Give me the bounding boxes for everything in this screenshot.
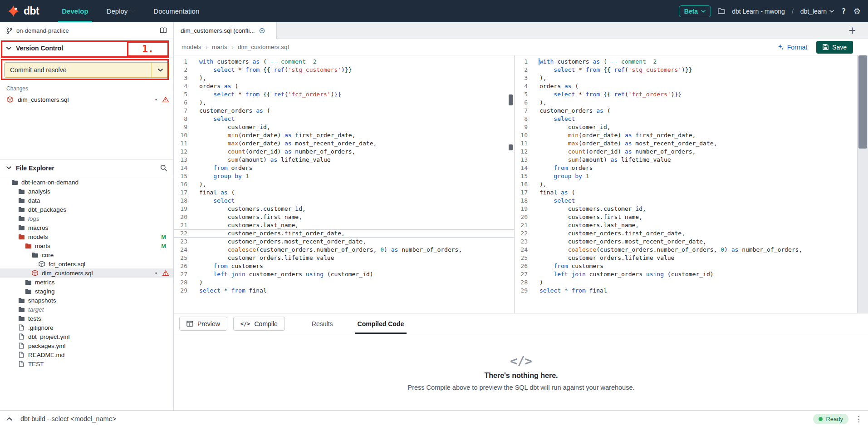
code-line[interactable]: 5 select * from {{ ref('fct_orders')}} — [515, 90, 868, 99]
tree-item-data[interactable]: data — [0, 196, 173, 205]
editor-pane-right[interactable]: 1with customers as ( -- comment 22 selec… — [515, 55, 868, 313]
code-line[interactable]: 18 select — [174, 197, 514, 205]
tree-item-dbt-learn-on-demand[interactable]: dbt-learn-on-demand — [0, 178, 173, 187]
code-line[interactable]: 7customer_orders as ( — [515, 107, 868, 115]
code-line[interactable]: 20 customers.first_name, — [515, 213, 868, 221]
tree-item-target[interactable]: target — [0, 305, 173, 314]
code-line[interactable]: 12 count(order_id) as number_of_orders, — [515, 148, 868, 156]
code-line[interactable]: 15 group by 1 — [174, 172, 514, 180]
code-line[interactable]: 24 coalesce(customer_orders.number_of_or… — [174, 246, 514, 254]
code-line[interactable]: 9 customer_id, — [515, 123, 868, 131]
tree-item-logs[interactable]: logs — [0, 214, 173, 223]
account-name[interactable]: dbt Learn - mwong — [732, 8, 785, 15]
tree-item-marts[interactable]: martsM — [0, 241, 173, 250]
code-line[interactable]: 10 min(order_date) as first_order_date, — [515, 131, 868, 139]
project-selector[interactable]: dbt_learn — [800, 8, 834, 15]
code-line[interactable]: 6), — [174, 99, 514, 107]
code-line[interactable]: 28) — [174, 278, 514, 287]
editor-scrollbar-thumb[interactable] — [858, 55, 867, 149]
code-line[interactable]: 2 select * from {{ ref('stg_customers')}… — [515, 66, 868, 74]
nav-item-deploy[interactable]: Deploy — [105, 0, 137, 22]
search-icon[interactable] — [160, 164, 167, 171]
code-line[interactable]: 25 customer_orders.lifetime_value — [515, 254, 868, 262]
code-line[interactable]: 28) — [515, 278, 868, 287]
tree-item-metrics[interactable]: metrics — [0, 278, 173, 287]
editor-pane-left[interactable]: 1with customers as ( -- comment 22 selec… — [174, 55, 515, 313]
code-line[interactable]: 22 customer_orders.first_order_date, — [515, 229, 868, 238]
code-line[interactable]: 19 customers.customer_id, — [515, 205, 868, 213]
commit-and-resolve-button[interactable]: Commit and resolve — [4, 62, 169, 78]
chevron-up-icon[interactable] — [6, 417, 12, 421]
format-button[interactable]: Format — [778, 44, 807, 51]
commit-options-chevron[interactable] — [152, 63, 169, 77]
code-line[interactable]: 27 left join customer_orders using (cust… — [174, 270, 514, 278]
new-tab-button[interactable]: + — [848, 26, 856, 35]
editor-tab-dim-customers[interactable]: dim_customers.sql (confli... — [174, 22, 277, 39]
tree-item-packages.yml[interactable]: packages.yml — [0, 341, 173, 350]
branch-row[interactable]: on-demand-practice — [0, 22, 173, 39]
code-line[interactable]: 8 select — [515, 115, 868, 123]
breadcrumb-item-marts[interactable]: marts — [212, 44, 227, 50]
code-line[interactable]: 14 from orders — [174, 164, 514, 172]
code-line[interactable]: 18 select — [515, 197, 868, 205]
tree-item-macros[interactable]: macros — [0, 223, 173, 232]
code-line[interactable]: 16), — [515, 180, 868, 189]
code-line[interactable]: 26 from customers — [174, 262, 514, 270]
code-line[interactable]: 4orders as ( — [515, 82, 868, 90]
help-icon[interactable]: ? — [841, 7, 847, 15]
tree-item-core[interactable]: core — [0, 250, 173, 259]
tree-item-.gitignore[interactable]: .gitignore — [0, 323, 173, 332]
code-line[interactable]: 10 min(order_date) as first_order_date, — [174, 131, 514, 139]
tree-item-TEST[interactable]: TEST — [0, 359, 173, 368]
breadcrumb-item-models[interactable]: models — [181, 44, 201, 50]
code-line[interactable]: 23 customer_orders.most_recent_order_dat… — [174, 238, 514, 246]
command-input[interactable]: dbt build --select <model_name> — [20, 415, 813, 422]
code-line[interactable]: 4orders as ( — [174, 82, 514, 90]
code-line[interactable]: 26 from customers — [515, 262, 868, 270]
editor-scrollbar[interactable] — [857, 55, 868, 313]
tab-compiled-code[interactable]: Compiled Code — [355, 313, 407, 334]
pane-scrollbar-thumb[interactable] — [509, 94, 513, 105]
beta-toggle[interactable]: Beta — [679, 5, 711, 17]
tree-item-dim_customers.sql[interactable]: dim_customers.sql• — [0, 268, 173, 278]
preview-button[interactable]: Preview — [179, 317, 227, 331]
code-line[interactable]: 25 customer_orders.lifetime_value — [174, 254, 514, 262]
code-line[interactable]: 13 sum(amount) as lifetime_value — [515, 156, 868, 164]
code-line[interactable]: 11 max(order_date) as most_recent_order_… — [515, 139, 868, 148]
code-line[interactable]: 21 customers.last_name, — [174, 221, 514, 229]
tree-item-analysis[interactable]: analysis — [0, 187, 173, 196]
tree-item-README.md[interactable]: README.md — [0, 350, 173, 359]
version-control-header[interactable]: Version Control — [0, 39, 173, 58]
compile-button[interactable]: </> Compile — [233, 317, 285, 331]
save-button[interactable]: Save — [816, 41, 853, 54]
code-line[interactable]: 16), — [174, 180, 514, 189]
tree-item-snapshots[interactable]: snapshots — [0, 296, 173, 305]
code-line[interactable]: 22 customer_orders.first_order_date, — [174, 229, 514, 238]
code-line[interactable]: 17final as ( — [515, 189, 868, 197]
code-line[interactable]: 1with customers as ( -- comment 2 — [174, 58, 514, 66]
code-line[interactable]: 6), — [515, 99, 868, 107]
code-line[interactable]: 1with customers as ( -- comment 2 — [515, 58, 868, 66]
code-line[interactable]: 3), — [515, 74, 868, 82]
code-line[interactable]: 29select * from final — [174, 287, 514, 295]
code-line[interactable]: 23 customer_orders.most_recent_order_dat… — [515, 238, 868, 246]
tree-item-models[interactable]: modelsM — [0, 232, 173, 241]
tree-item-staging[interactable]: staging — [0, 287, 173, 296]
code-line[interactable]: 7customer_orders as ( — [174, 107, 514, 115]
breadcrumb-item-dim_customers.sql[interactable]: dim_customers.sql — [238, 44, 289, 50]
code-line[interactable]: 24 coalesce(customer_orders.number_of_or… — [515, 246, 868, 254]
code-line[interactable]: 13 sum(amount) as lifetime_value — [174, 156, 514, 164]
code-line[interactable]: 17final as ( — [174, 189, 514, 197]
tab-results[interactable]: Results — [309, 313, 336, 334]
code-line[interactable]: 15 group by 1 — [515, 172, 868, 180]
tree-item-dbt_packages[interactable]: dbt_packages — [0, 205, 173, 214]
code-line[interactable]: 20 customers.first_name, — [174, 213, 514, 221]
code-line[interactable]: 2 select * from {{ ref('stg_customers')}… — [174, 66, 514, 74]
code-line[interactable]: 14 from orders — [515, 164, 868, 172]
docs-book-icon[interactable] — [160, 27, 167, 34]
changed-file-row[interactable]: dim_customers.sql• — [0, 94, 173, 105]
overflow-menu-icon[interactable]: ⋮ — [855, 414, 863, 423]
code-line[interactable]: 12 count(order_id) as number_of_orders, — [174, 148, 514, 156]
code-line[interactable]: 9 customer_id, — [174, 123, 514, 131]
code-line[interactable]: 19 customers.customer_id, — [174, 205, 514, 213]
